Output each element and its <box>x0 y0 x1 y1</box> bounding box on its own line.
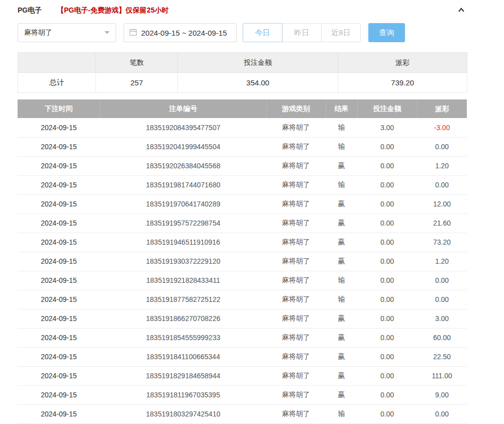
bet-id: 1835191866270708226 <box>100 309 266 328</box>
table-row: 2024-09-151835191921828433411麻将胡了输0.000.… <box>18 271 467 290</box>
panel-notice: 【PG电子-免费游戏】仅保留25小时 <box>57 6 168 15</box>
summary-header-row: 笔数 投注金额 派彩 <box>18 53 467 73</box>
bet-records-table: 下注时间 注单编号 游戏类别 结果 投注金额 派彩 2024-09-151835… <box>18 99 467 424</box>
quick-range-last8days-button[interactable]: 近8日 <box>321 23 361 42</box>
table-row: 2024-09-151835191841100665344麻将胡了赢0.0022… <box>18 347 467 366</box>
bet-date: 2024-09-15 <box>18 290 100 309</box>
header-bet-id: 注单编号 <box>100 99 266 118</box>
bet-amount: 0.00 <box>357 404 417 423</box>
bet-result: 赢 <box>326 328 357 347</box>
header-game-type: 游戏类别 <box>266 99 326 118</box>
bet-id: 1835192026384045568 <box>100 156 266 175</box>
bet-id: 1835191946511910916 <box>100 233 266 252</box>
bet-result: 赢 <box>326 233 357 252</box>
calendar-icon <box>129 28 137 38</box>
bet-date: 2024-09-15 <box>18 366 100 385</box>
quick-range-yesterday-button[interactable]: 昨日 <box>282 23 322 42</box>
bet-id: 1835191854555999233 <box>100 328 266 347</box>
bet-amount: 0.00 <box>357 137 417 156</box>
bet-date: 2024-09-15 <box>18 214 100 233</box>
bet-payout: 0.00 <box>417 137 467 156</box>
bet-payout: -3.00 <box>417 118 467 137</box>
summary-total-payout: 739.20 <box>338 73 467 93</box>
game-type: 麻将胡了 <box>266 271 326 290</box>
table-row: 2024-09-151835191930372229120麻将胡了赢0.001.… <box>18 252 467 271</box>
chevron-down-icon <box>105 31 110 34</box>
bet-result: 输 <box>326 290 357 309</box>
summary-total-bet-amount: 354.00 <box>178 73 338 93</box>
bet-result: 赢 <box>326 347 357 366</box>
bet-amount: 0.00 <box>357 271 417 290</box>
summary-total-label: 总计 <box>18 73 96 93</box>
bet-date: 2024-09-15 <box>18 175 100 194</box>
table-row: 2024-09-151835191981744071680麻将胡了输0.000.… <box>18 175 467 194</box>
game-type: 麻将胡了 <box>266 233 326 252</box>
bet-date: 2024-09-15 <box>18 156 100 175</box>
bet-payout: 0.00 <box>417 290 467 309</box>
bet-date: 2024-09-15 <box>18 233 100 252</box>
bet-amount: 0.00 <box>357 328 417 347</box>
bet-result: 赢 <box>326 214 357 233</box>
chevron-up-icon <box>457 6 466 16</box>
bet-payout: 22.50 <box>417 347 467 366</box>
table-row: 2024-09-151835191854555999233麻将胡了赢0.0060… <box>18 328 467 347</box>
bet-id: 1835191981744071680 <box>100 175 266 194</box>
bet-result: 输 <box>326 271 357 290</box>
game-select[interactable]: 麻将胡了 <box>18 23 116 42</box>
quick-range-today-button[interactable]: 今日 <box>243 23 282 42</box>
game-type: 麻将胡了 <box>266 194 326 214</box>
bet-amount: 0.00 <box>357 309 417 328</box>
table-row: 2024-09-151835192084395477507麻将胡了输3.00-3… <box>18 118 467 137</box>
collapse-panel-button[interactable] <box>456 5 467 17</box>
bet-payout: 0.00 <box>417 404 467 423</box>
bet-amount: 0.00 <box>357 194 417 214</box>
summary-total-row: 总计 257 354.00 739.20 <box>18 73 467 93</box>
game-type: 麻将胡了 <box>266 290 326 309</box>
bet-id: 1835192041999445504 <box>100 137 266 156</box>
bet-date: 2024-09-15 <box>18 385 100 404</box>
bet-amount: 0.00 <box>357 252 417 271</box>
bet-id: 1835191921828433411 <box>100 271 266 290</box>
summary-header-count: 笔数 <box>96 53 178 73</box>
header-bet-date: 下注时间 <box>18 99 100 118</box>
bet-payout: 1.20 <box>417 252 467 271</box>
table-row: 2024-09-151835191877582725122麻将胡了输0.000.… <box>18 290 467 309</box>
bet-date: 2024-09-15 <box>18 347 100 366</box>
bet-id: 1835191930372229120 <box>100 252 266 271</box>
bet-amount: 0.00 <box>357 385 417 404</box>
bet-result: 输 <box>326 175 357 194</box>
bet-amount: 0.00 <box>357 214 417 233</box>
summary-header-payout: 派彩 <box>338 53 467 73</box>
date-range-input[interactable]: 2024-09-15 ~ 2024-09-15 <box>124 23 237 42</box>
bet-records-panel: PG电子 【PG电子-免费游戏】仅保留25小时 麻将胡了 2024-09-15 … <box>0 0 504 424</box>
bet-id: 1835192084395477507 <box>100 118 266 137</box>
bet-amount: 0.00 <box>357 347 417 366</box>
bet-id: 1835191811967035395 <box>100 385 266 404</box>
table-row: 2024-09-151835191957572298754麻将胡了赢0.0021… <box>18 214 467 233</box>
summary-table: 笔数 投注金额 派彩 总计 257 354.00 739.20 <box>18 52 467 93</box>
table-row: 2024-09-151835191866270708226麻将胡了赢0.003.… <box>18 309 467 328</box>
bet-amount: 0.00 <box>357 156 417 175</box>
bet-result: 输 <box>326 118 357 137</box>
bet-id: 1835191957572298754 <box>100 214 266 233</box>
search-button[interactable]: 查询 <box>368 23 405 42</box>
bet-payout: 0.00 <box>417 271 467 290</box>
bet-result: 输 <box>326 137 357 156</box>
bet-id: 1835191841100665344 <box>100 347 266 366</box>
bet-table-header-row: 下注时间 注单编号 游戏类别 结果 投注金额 派彩 <box>18 99 467 118</box>
table-row: 2024-09-151835191803297425410麻将胡了输0.000.… <box>18 404 467 423</box>
game-select-value: 麻将胡了 <box>24 28 52 37</box>
game-type: 麻将胡了 <box>266 404 326 423</box>
game-type: 麻将胡了 <box>266 118 326 137</box>
bet-payout: 9.00 <box>417 385 467 404</box>
bet-result: 赢 <box>326 252 357 271</box>
filter-bar: 麻将胡了 2024-09-15 ~ 2024-09-15 今日昨日近8日 查询 <box>18 23 467 42</box>
header-bet-amount: 投注金额 <box>357 99 417 118</box>
bet-date: 2024-09-15 <box>18 309 100 328</box>
game-type: 麻将胡了 <box>266 175 326 194</box>
bet-amount: 0.00 <box>357 233 417 252</box>
panel-header: PG电子 【PG电子-免费游戏】仅保留25小时 <box>18 0 467 17</box>
bet-date: 2024-09-15 <box>18 404 100 423</box>
panel-title: PG电子 <box>18 6 42 15</box>
bet-date: 2024-09-15 <box>18 137 100 156</box>
